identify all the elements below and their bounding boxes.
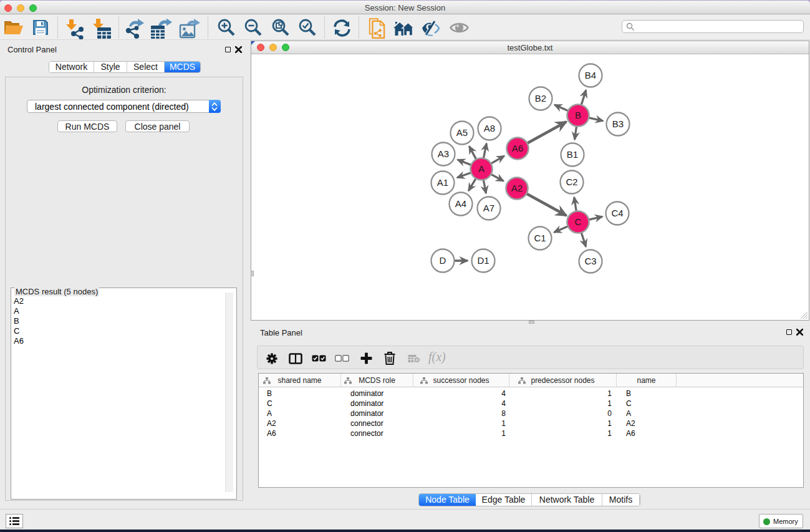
svg-text:A7: A7 [483, 203, 494, 213]
svg-text:C4: C4 [611, 208, 623, 218]
svg-text:A5: A5 [456, 127, 468, 138]
svg-text:A6: A6 [512, 143, 523, 153]
svg-text:A4: A4 [455, 198, 466, 209]
svg-text:C3: C3 [584, 256, 596, 266]
svg-text:B2: B2 [535, 93, 546, 104]
svg-text:A: A [478, 163, 485, 174]
svg-text:B: B [575, 110, 581, 120]
svg-text:B1: B1 [567, 149, 578, 160]
svg-text:A2: A2 [511, 183, 523, 193]
svg-text:C: C [575, 216, 582, 227]
svg-text:A1: A1 [437, 177, 448, 188]
svg-text:D: D [440, 255, 446, 266]
svg-text:C1: C1 [534, 233, 546, 243]
svg-text:A3: A3 [438, 148, 449, 159]
svg-text:D1: D1 [477, 255, 489, 266]
svg-text:A8: A8 [484, 123, 495, 133]
svg-text:B3: B3 [612, 118, 624, 129]
svg-text:C2: C2 [566, 177, 577, 187]
svg-text:B4: B4 [585, 70, 596, 80]
